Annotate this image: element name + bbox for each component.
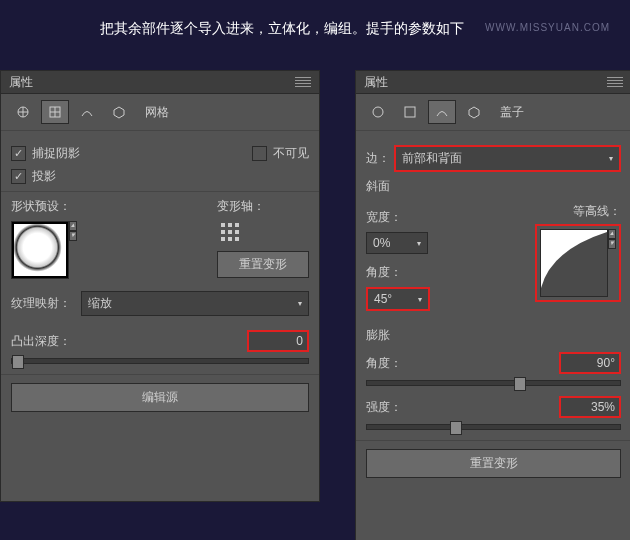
svg-rect-3 [405,107,415,117]
mode-icon-row: 盖子 [356,94,630,131]
dropdown-arrow-icon: ▾ [417,239,421,248]
panel-tab-bar: 属性 [356,71,630,94]
bevel-angle-label: 角度： [366,264,402,281]
invisible-checkbox[interactable] [252,146,267,161]
projection-label: 投影 [32,168,56,185]
mode-mesh-icon[interactable] [41,100,69,124]
watermark: WWW.MISSYUAN.COM [485,22,610,33]
extrude-depth-label: 凸出深度： [11,333,71,350]
dropdown-arrow-icon: ▾ [609,154,613,163]
panel-menu-icon[interactable] [607,77,623,87]
edge-value: 前部和背面 [402,150,462,167]
invisible-label: 不可见 [273,145,309,162]
dropdown-arrow-icon: ▾ [418,295,422,304]
inflate-angle-input[interactable]: 90° [559,352,621,374]
deform-axis-grid[interactable] [221,223,239,241]
mode-label: 网格 [145,104,169,121]
dropdown-arrow-icon: ▾ [298,299,302,308]
mode-icon-row: 网格 [1,94,319,131]
mode-cap-icon[interactable] [460,100,488,124]
extrude-depth-input[interactable]: 0 [247,330,309,352]
contour-spinner[interactable]: ▴▾ [608,229,616,297]
panel-menu-icon[interactable] [295,77,311,87]
deform-axis-label: 变形轴： [217,198,309,215]
texture-map-dropdown[interactable]: 缩放 ▾ [81,291,309,316]
properties-panel-cap: 属性 盖子 边： 前部和背面 ▾ 斜面 宽度： 0% [355,70,630,540]
strength-slider[interactable] [366,424,621,430]
panel-tab-bar: 属性 [1,71,319,94]
reset-deform-button[interactable]: 重置变形 [366,449,621,478]
shape-preset-label: 形状预设： [11,198,77,215]
mode-scene-icon[interactable] [364,100,392,124]
mode-mesh-icon[interactable] [396,100,424,124]
reset-deform-button[interactable]: 重置变形 [217,251,309,278]
edge-label: 边： [366,150,394,167]
shape-preset-thumb[interactable] [11,221,69,279]
bevel-angle-dropdown[interactable]: 45° ▾ [366,287,430,311]
edge-dropdown[interactable]: 前部和背面 ▾ [394,145,621,172]
extrude-depth-slider[interactable] [11,358,309,364]
svg-point-2 [373,107,383,117]
contour-picker[interactable] [540,229,608,297]
shape-preset-spinner[interactable]: ▴▾ [69,221,77,279]
inflate-angle-slider[interactable] [366,380,621,386]
page-caption: 把其余部件逐个导入进来，立体化，编组。提手的参数如下 [100,20,464,38]
mode-label: 盖子 [500,104,524,121]
panel-title: 属性 [364,74,607,91]
bevel-width-dropdown[interactable]: 0% ▾ [366,232,428,254]
bevel-width-value: 0% [373,236,390,250]
contour-label: 等高线： [535,203,621,220]
catch-shadow-label: 捕捉阴影 [32,145,80,162]
mode-deform-icon[interactable] [428,100,456,124]
mode-cap-icon[interactable] [105,100,133,124]
properties-panel-mesh: 属性 网格 捕捉阴影 不可见 投影 形状预设： [0,70,320,502]
strength-label: 强度： [366,399,402,416]
mode-deform-icon[interactable] [73,100,101,124]
projection-checkbox[interactable] [11,169,26,184]
edit-source-button[interactable]: 编辑源 [11,383,309,412]
inflate-heading: 膨胀 [366,327,621,344]
panel-title: 属性 [9,74,295,91]
texture-map-value: 缩放 [88,295,112,312]
mode-scene-icon[interactable] [9,100,37,124]
bevel-heading: 斜面 [366,178,621,195]
strength-input[interactable]: 35% [559,396,621,418]
catch-shadow-checkbox[interactable] [11,146,26,161]
bevel-width-label: 宽度： [366,209,402,226]
bevel-angle-value: 45° [374,292,392,306]
inflate-angle-label: 角度： [366,355,402,372]
texture-map-label: 纹理映射： [11,295,81,312]
